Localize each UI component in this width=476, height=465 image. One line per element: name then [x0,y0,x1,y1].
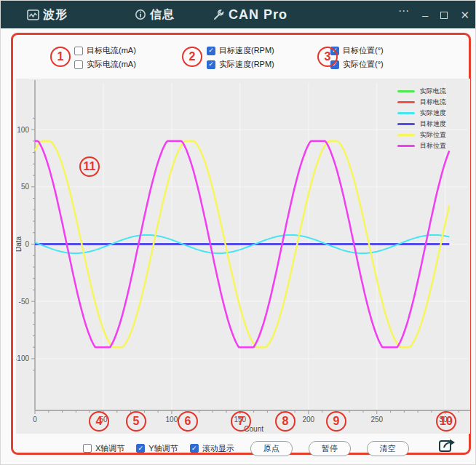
signal-0-0-checkbox[interactable] [74,47,83,55]
tab-waveform[interactable]: 波形 [27,7,68,23]
signal-group-speed: ✓目标速度(RPM)✓实际速度(RPM) [207,44,274,71]
waveform-chart[interactable]: 050100150200250300-100-50050100CountData… [16,79,470,434]
legend-swatch-icon [397,134,415,136]
legend-label: 目标位置 [420,141,446,151]
main-panel: 目标电流(mA)实际电流(mA) ✓目标速度(RPM)✓实际速度(RPM) ✓目… [11,33,471,455]
legend-label: 实际位置 [420,130,446,140]
annotation-circle-2: 2 [182,47,202,67]
maximize-icon [440,12,448,19]
window-controls: ⋯ – ✕ [398,1,469,28]
signal-1-1-label: 实际速度(RPM) [219,59,274,70]
svg-text:0: 0 [25,240,29,248]
bottom-2-label: 滚动显示 [202,443,234,454]
legend-item-2: 实际速度 [397,108,467,119]
svg-text:50: 50 [21,183,30,191]
svg-text:100: 100 [17,126,29,134]
signal-0-1-checkbox[interactable] [74,60,83,69]
legend-label: 目标电流 [420,98,446,107]
svg-text:-50: -50 [19,298,30,306]
axis-toggle-1: ✓Y轴调节 [136,442,178,456]
signal-1-0-checkbox[interactable]: ✓ [207,47,215,55]
svg-text:Data: Data [16,237,23,253]
axis-toggle-2: ✓滚动显示 [190,442,234,456]
legend-label: 实际电流 [420,87,446,96]
export-button[interactable] [438,437,459,456]
annotation-circle-4: 4 [89,411,109,432]
wrench-icon [213,9,225,21]
svg-text:100: 100 [166,416,178,424]
annotation-circle-7: 7 [231,411,251,432]
minimize-button[interactable]: – [422,9,428,20]
signal-group-current: 目标电流(mA)实际电流(mA) [74,44,136,71]
svg-text:200: 200 [302,416,314,424]
pause-button[interactable]: 暂停 [309,441,351,456]
annotation-circle-1: 1 [50,47,71,67]
legend-item-5: 目标位置 [397,140,467,151]
chart-legend: 实际电流目标电流实际速度目标速度实际位置目标位置 [397,86,467,151]
legend-swatch-icon [397,112,415,114]
app-title: CAN Pro [213,7,287,23]
annotation-circle-9: 9 [326,411,346,432]
more-button[interactable]: ⋯ [398,5,410,16]
legend-item-0: 实际电流 [397,86,467,97]
signal-1-0-label: 目标速度(RPM) [219,45,274,56]
info-icon [135,9,146,20]
bottom-0-checkbox[interactable] [83,444,92,453]
svg-text:0: 0 [33,416,37,424]
annotation-circle-5: 5 [126,411,146,432]
legend-item-3: 目标速度 [397,119,467,130]
signal-2-1-label: 实际位置(°) [343,59,384,70]
bottom-1-label: Y轴调节 [148,443,178,454]
maximize-button[interactable] [440,9,448,20]
annotation-circle-8: 8 [275,411,295,432]
app-title-label: CAN Pro [229,7,287,23]
bottom-2-checkbox[interactable]: ✓ [190,444,199,453]
app-window: 波形 信息 CAN Pro ⋯ – ✕ 目标电流(mA)实际电流(mA) ✓目标… [0,0,476,465]
signal-0-1-label: 实际电流(mA) [87,59,136,70]
annotation-circle-3: 3 [317,47,338,67]
svg-text:250: 250 [370,416,383,424]
bottom-0-label: X轴调节 [95,443,124,454]
legend-swatch-icon [397,101,415,103]
signal-0-0-label: 目标电流(mA) [87,45,136,56]
clear-button[interactable]: 清空 [367,441,409,456]
legend-item-4: 实际位置 [397,130,467,140]
signal-1-1-checkbox[interactable]: ✓ [207,60,215,69]
legend-swatch-icon [397,123,415,125]
legend-label: 实际速度 [420,108,446,118]
tab-info[interactable]: 信息 [135,7,175,23]
legend-item-1: 目标电流 [397,97,467,108]
bottom-1-checkbox[interactable]: ✓ [136,444,145,453]
bottom-toolbar: X轴调节✓Y轴调节✓滚动显示原点暂停清空 [13,440,469,457]
waveform-icon [27,9,39,20]
axis-toggle-0: X轴调节 [83,442,124,456]
svg-text:-100: -100 [16,354,29,362]
annotation-circle-10: 10 [436,411,456,432]
tab-info-label: 信息 [150,7,175,23]
legend-swatch-icon [397,145,415,147]
signal-group-position: ✓目标位置(°)✓实际位置(°) [330,44,384,71]
annotation-circle-6: 6 [178,411,198,432]
tab-waveform-label: 波形 [43,7,68,23]
legend-label: 目标速度 [420,119,446,129]
annotation-circle-11: 11 [79,156,100,177]
signal-2-0-label: 目标位置(°) [343,45,384,56]
legend-swatch-icon [397,90,415,92]
titlebar: 波形 信息 CAN Pro ⋯ – ✕ [1,1,476,28]
close-button[interactable]: ✕ [460,9,469,20]
share-export-icon [438,437,457,454]
origin-button[interactable]: 原点 [250,441,293,456]
